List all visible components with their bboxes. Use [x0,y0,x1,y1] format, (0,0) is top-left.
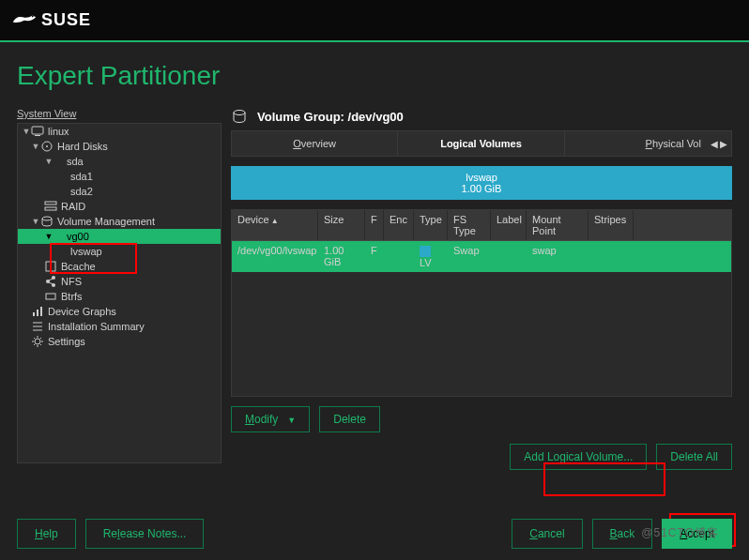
tree-label: sda2 [70,186,93,197]
raid-icon [44,200,57,213]
tree-raid[interactable]: RAID [18,199,221,214]
tree-lvswap[interactable]: lvswap [18,244,221,259]
tree-label: sda1 [70,171,93,182]
tree-installation-summary[interactable]: Installation Summary [18,319,221,334]
tree-sda1[interactable]: sda1 [18,169,221,184]
cell-mount: swap [527,241,588,272]
bottom-bar: Help Release Notes... Cancel Back Accept [17,519,732,549]
col-f[interactable]: F [365,210,384,240]
list-icon [31,320,44,333]
watermark: @51CTO博客 [641,525,719,541]
tree-label: lvswap [70,246,102,257]
table-row[interactable]: /dev/vg00/lvswap 1.00 GiB F LV Swap swap [232,241,731,272]
chevron-down-icon: ▼ [287,416,296,425]
tree-btrfs[interactable]: Btrfs [18,289,221,304]
tree-device-graphs[interactable]: Device Graphs [18,304,221,319]
tree-label: NFS [61,276,82,287]
tree-label: Btrfs [61,291,83,302]
tree-settings[interactable]: Settings [18,334,221,349]
chevron-down-icon[interactable]: ▼ [31,142,40,151]
usage-bar: lvswap 1.00 GiB [231,166,732,200]
cell-enc [384,241,414,272]
tree-bcache[interactable]: Bcache [18,259,221,274]
brand-text: SUSE [41,10,91,30]
tree-volume-management[interactable]: ▼ Volume Management [18,214,221,229]
col-label[interactable]: Label [491,210,527,240]
graph-icon [31,305,44,318]
disk-icon [40,140,54,153]
tab-overview[interactable]: Overview [232,131,398,156]
col-device[interactable]: Device▲ [232,210,318,240]
cancel-button[interactable]: Cancel [512,519,582,549]
cell-stripes [588,241,634,272]
tree-sda2[interactable]: sda2 [18,184,221,199]
svg-rect-2 [35,135,40,136]
chevron-down-icon[interactable]: ▼ [31,217,40,226]
col-enc[interactable]: Enc [384,210,414,240]
lv-type-icon [420,246,431,257]
tree-label: Settings [48,336,85,347]
tree-hard-disks[interactable]: ▼ Hard Disks [18,139,221,154]
svg-point-16 [35,339,40,344]
svg-point-0 [32,16,34,18]
delete-all-button[interactable]: Delete All [656,444,732,470]
tree-label: Installation Summary [48,321,145,332]
add-logical-volume-button[interactable]: Add Logical Volume... [510,444,647,470]
help-button[interactable]: Help [17,519,76,549]
vg-title: Volume Group: /dev/vg00 [257,110,404,124]
col-size[interactable]: Size [318,210,365,240]
svg-point-17 [234,111,245,115]
svg-point-7 [42,217,52,220]
tree-label: Bcache [61,261,96,272]
cell-f: F [365,241,384,272]
tree-label: vg00 [67,231,89,242]
tab-label: Logical Volumes [440,138,522,149]
tree-vg00[interactable]: ▼ vg00 [18,229,221,244]
delete-button[interactable]: Delete [319,406,380,432]
modify-button[interactable]: Modify▼ [231,406,310,432]
col-fs[interactable]: FS Type [448,210,491,240]
tree-label: Volume Management [57,216,155,227]
col-stripes[interactable]: Stripes [588,210,634,240]
chevron-down-icon[interactable]: ▼ [44,157,54,166]
tree-nfs[interactable]: NFS [18,274,221,289]
table-header: Device▲ Size F Enc Type FS Type Label Mo… [232,210,731,241]
volume-group-icon [231,108,248,125]
tree-label: sda [67,156,84,167]
system-view-label: System View [17,108,222,119]
device-tree[interactable]: ▼ linux ▼ Hard Disks ▼ sda sda1 sda2 [17,123,222,463]
release-notes-button[interactable]: Release Notes... [85,519,205,549]
tab-scroll-right-icon[interactable]: ▶ [720,139,727,149]
col-mount[interactable]: Mount Point [527,210,588,240]
tab-logical-volumes[interactable]: Logical Volumes [398,131,564,156]
gear-icon [31,335,44,348]
cell-type: LV [414,241,448,272]
app-header: SUSE [0,0,749,42]
tab-physical-volumes[interactable]: Physical Vol ◀ ▶ [565,131,731,156]
svg-point-4 [46,145,48,147]
svg-rect-6 [45,207,56,210]
tree-sda[interactable]: ▼ sda [18,154,221,169]
sort-asc-icon: ▲ [271,217,279,225]
col-type[interactable]: Type [414,210,448,240]
chevron-down-icon[interactable]: ▼ [22,127,31,136]
usage-size: 1.00 GiB [462,183,502,194]
lizard-icon [11,9,38,31]
cell-device: /dev/vg00/lvswap [232,241,318,272]
bcache-icon [44,260,57,273]
page-title: Expert Partitioner [17,42,732,108]
cell-size: 1.00 GiB [318,241,365,272]
tree-label: Hard Disks [57,141,108,152]
svg-rect-12 [46,294,55,299]
host-icon [31,125,44,138]
tab-bar: Overview Logical Volumes Physical Vol ◀ … [231,130,732,157]
usage-name: lvswap [466,172,497,183]
tree-linux[interactable]: ▼ linux [18,124,221,139]
tree-label: linux [48,126,69,137]
tab-scroll-left-icon[interactable]: ◀ [711,139,718,149]
svg-rect-14 [37,310,38,316]
svg-rect-5 [45,202,56,204]
chevron-down-icon[interactable]: ▼ [44,232,54,241]
tree-label: Device Graphs [48,306,116,317]
tree-label: RAID [61,201,85,212]
